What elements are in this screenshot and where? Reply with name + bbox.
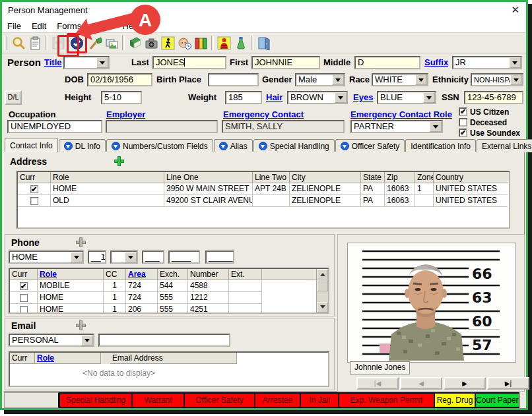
col-role-sortable[interactable]: Role (35, 353, 101, 364)
occupation-field[interactable]: UNEMPLOYED (7, 120, 102, 133)
tab-officer-safety[interactable]: Officer Safety (335, 139, 405, 152)
birth-place-field[interactable] (208, 73, 259, 86)
col-curr[interactable]: Curr (10, 353, 35, 364)
add-address-button[interactable] (114, 156, 124, 166)
gender-select[interactable]: Male (295, 73, 345, 86)
photo-next-button[interactable]: ▶ (444, 377, 486, 390)
col-cc[interactable]: CC (104, 269, 126, 280)
phone-row[interactable]: HOME 1 206 555 4251 (10, 304, 328, 314)
chevron-down-icon[interactable] (415, 74, 427, 85)
evidence-icon[interactable] (232, 35, 249, 51)
forms-book-icon[interactable] (127, 35, 143, 51)
dob-field[interactable]: 02/16/1956 (87, 73, 152, 86)
ssn-field[interactable]: 123-45-6789 (464, 91, 523, 104)
use-soundex-checkbox[interactable]: ✔ (459, 129, 467, 137)
tab-special-handling[interactable]: Special Handling (253, 139, 335, 152)
tab-alias[interactable]: Alias (214, 139, 253, 152)
first-name-field[interactable]: JOHNNIE (251, 56, 320, 69)
col-zone[interactable]: Zone (415, 172, 434, 183)
menu-edit[interactable]: Edit (26, 21, 51, 31)
pedestrian-icon[interactable] (160, 35, 176, 51)
col-state[interactable]: State (361, 172, 385, 183)
clear-broom-icon[interactable] (87, 35, 104, 51)
menu-forms[interactable]: Forms (51, 21, 86, 31)
status-exp-weapon-permit[interactable]: Exp. Weapon Permit (339, 392, 434, 408)
race-select[interactable]: WHITE (372, 73, 428, 86)
photo-prev-button[interactable]: ◀ (400, 377, 442, 390)
emergency-contact-role-link[interactable]: Emergency Contact Role (350, 109, 452, 119)
emergency-contact-role-select[interactable]: PARTNER (350, 120, 443, 133)
chevron-down-icon[interactable] (332, 74, 344, 85)
save-icon[interactable] (50, 35, 67, 51)
exit-door-icon[interactable] (255, 35, 272, 51)
person-history-icon[interactable] (176, 35, 193, 51)
emergency-contact-link[interactable]: Emergency Contact (223, 109, 304, 119)
photos-icon[interactable] (104, 35, 120, 51)
tab-contact-info[interactable]: Contact Info (5, 138, 58, 152)
deceased-checkbox[interactable] (459, 118, 467, 127)
title-link[interactable]: Title (44, 57, 62, 67)
photo-first-button[interactable]: |◀ (356, 377, 399, 390)
email-address-field[interactable] (98, 334, 230, 347)
scroll-up-icon[interactable] (317, 269, 328, 280)
curr-checkbox[interactable] (20, 306, 28, 314)
curr-checkbox[interactable]: ✔ (20, 282, 28, 290)
chevron-down-icon[interactable] (423, 92, 435, 103)
menu-file[interactable]: File (2, 21, 26, 31)
scroll-down-icon[interactable] (317, 302, 328, 312)
col-line-one[interactable]: Line One (164, 172, 253, 183)
add-email-button[interactable] (76, 320, 86, 330)
col-curr[interactable]: Curr (18, 172, 51, 183)
col-line-two[interactable]: Line Two (253, 172, 290, 183)
address-row[interactable]: ✔ HOME 3950 W MAIN STREET APT 24B ZELIEN… (18, 183, 509, 195)
col-ext[interactable]: Ext. (229, 269, 262, 280)
hair-link[interactable]: Hair (266, 92, 283, 102)
close-icon[interactable]: ✕ (511, 4, 519, 16)
search-icon[interactable] (11, 35, 27, 51)
tab-external-links[interactable]: External Links (477, 139, 532, 152)
scrollbar-thumb[interactable] (317, 280, 328, 291)
phone-table-scrollbar[interactable] (316, 269, 328, 312)
col-role[interactable]: Role (51, 172, 164, 183)
phone-row[interactable]: HOME 1 724 555 1212 (10, 292, 328, 304)
last-name-field[interactable]: JONES (152, 56, 226, 69)
hair-select[interactable]: BROWN (287, 91, 348, 104)
title-select[interactable] (63, 56, 110, 69)
curr-checkbox[interactable]: ✔ (30, 185, 38, 193)
phone-cc-field[interactable]: __1 (88, 251, 106, 264)
phone-area-select[interactable] (110, 251, 138, 264)
phone-exch-field[interactable]: ___ (142, 251, 164, 264)
chevron-down-icon[interactable] (430, 121, 442, 132)
emergency-contact-field[interactable]: SMITH, SALLY (222, 120, 345, 133)
tab-dl-info[interactable]: DL Info (59, 139, 106, 152)
col-email-address[interactable]: Email Address (110, 353, 237, 364)
status-court-paper[interactable]: Court Paper (475, 392, 519, 408)
books-icon[interactable] (193, 35, 209, 51)
clipboard-icon[interactable] (27, 35, 44, 51)
employer-link[interactable]: Employer (106, 109, 145, 119)
tab-numbers-custom-fields[interactable]: Numbers/Custom Fields (106, 139, 213, 152)
col-exch[interactable]: Exch. (158, 269, 188, 280)
status-arrestee[interactable]: Arrestee (255, 392, 300, 408)
employer-field[interactable] (106, 120, 218, 133)
col-number[interactable]: Number (188, 269, 229, 280)
email-role-select[interactable]: PERSONAL (9, 334, 94, 347)
tab-identification-info[interactable]: Identification Info (405, 139, 476, 152)
chevron-down-icon[interactable] (335, 92, 347, 103)
col-country[interactable]: Country (434, 172, 508, 183)
chevron-down-icon[interactable] (71, 252, 83, 262)
eyes-link[interactable]: Eyes (353, 92, 373, 102)
ethnicity-select[interactable]: NON-HISPANIC (471, 73, 523, 86)
height-field[interactable]: 5-10 (101, 91, 142, 104)
menu-help[interactable]: Help (117, 21, 146, 31)
curr-checkbox[interactable] (30, 197, 38, 205)
eyes-select[interactable]: BLUE (377, 91, 436, 104)
phone-ext-field[interactable]: _____ (205, 251, 234, 264)
arrestee-icon[interactable] (216, 35, 232, 51)
status-reg-drug[interactable]: Reg. Drug (434, 392, 475, 408)
middle-name-field[interactable]: D (354, 56, 420, 69)
weight-field[interactable]: 185 (225, 91, 262, 104)
chevron-down-icon[interactable] (509, 57, 521, 68)
chevron-down-icon[interactable] (125, 252, 137, 262)
phone-row[interactable]: ✔ MOBILE 1 724 544 4588 (10, 280, 328, 292)
